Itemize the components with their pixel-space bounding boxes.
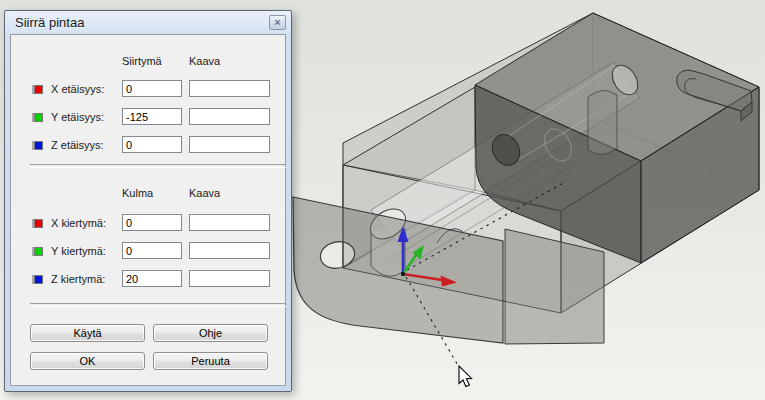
dialog-title: Siirrä pintaa	[15, 15, 84, 30]
model-counterbore	[588, 90, 617, 154]
column-header-kaava-2: Kaava	[189, 187, 220, 199]
input-y-distance[interactable]	[122, 108, 182, 125]
column-header-siirtyma: Siirtymä	[122, 55, 162, 67]
input-z-distance-formula[interactable]	[189, 136, 270, 153]
column-header-kulma: Kulma	[122, 187, 153, 199]
label-y-rotation: Y kiertymä:	[51, 244, 106, 258]
ok-button[interactable]: OK	[30, 352, 145, 370]
axis-z-swatch-icon	[32, 275, 43, 284]
input-z-distance[interactable]	[122, 136, 182, 153]
close-button[interactable]: ×	[269, 15, 286, 30]
label-x-distance: X etäisyys:	[51, 82, 104, 96]
dialog-titlebar[interactable]: Siirrä pintaa	[5, 11, 291, 34]
axis-y-swatch-icon	[32, 247, 43, 256]
input-y-rotation-formula[interactable]	[189, 242, 270, 259]
dialog-client-area: Siirtymä Kaava X etäisyys: Y etäisyys: Z…	[10, 34, 286, 386]
input-x-rotation-formula[interactable]	[189, 214, 270, 231]
label-z-rotation: Z kiertymä:	[51, 272, 105, 286]
input-z-rotation-formula[interactable]	[189, 270, 270, 287]
input-y-distance-formula[interactable]	[189, 108, 270, 125]
close-icon: ×	[274, 16, 280, 28]
separator-1	[30, 164, 286, 168]
input-y-rotation[interactable]	[122, 242, 182, 259]
move-face-dialog: Siirrä pintaa × Siirtymä Kaava X etäisyy…	[4, 10, 292, 392]
column-header-kaava-1: Kaava	[189, 55, 220, 67]
axis-x-swatch-icon	[32, 85, 43, 94]
separator-2	[30, 303, 286, 307]
help-button[interactable]: Ohje	[153, 324, 268, 342]
label-x-rotation: X kiertymä:	[51, 216, 106, 230]
input-z-rotation[interactable]	[122, 270, 182, 287]
label-y-distance: Y etäisyys:	[51, 110, 104, 124]
axis-z-swatch-icon	[32, 141, 43, 150]
axis-origin-point	[401, 272, 405, 276]
input-x-rotation[interactable]	[122, 214, 182, 231]
label-z-distance: Z etäisyys:	[51, 138, 104, 152]
cancel-button[interactable]: Peruuta	[153, 352, 268, 370]
input-x-distance-formula[interactable]	[189, 80, 270, 97]
apply-button[interactable]: Käytä	[30, 324, 145, 342]
axis-y-swatch-icon	[32, 113, 43, 122]
input-x-distance[interactable]	[122, 80, 182, 97]
axis-x-swatch-icon	[32, 219, 43, 228]
